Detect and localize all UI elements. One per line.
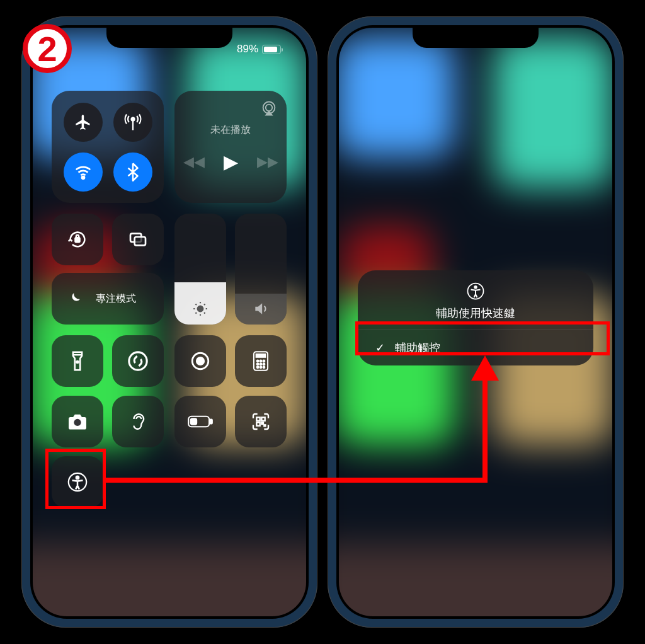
antenna-icon bbox=[123, 113, 142, 132]
camera-button[interactable] bbox=[52, 396, 103, 447]
svg-rect-27 bbox=[210, 419, 212, 423]
calculator-button[interactable] bbox=[235, 335, 287, 387]
airplane-icon bbox=[74, 113, 92, 131]
low-power-button[interactable] bbox=[174, 396, 226, 447]
svg-point-8 bbox=[198, 306, 203, 312]
control-center: 未在播放 ◀◀ ▶ ▶▶ bbox=[52, 91, 287, 597]
hearing-button[interactable] bbox=[112, 396, 164, 447]
svg-point-21 bbox=[263, 363, 265, 365]
accessibility-icon bbox=[67, 471, 88, 493]
battery-icon bbox=[262, 45, 281, 54]
svg-rect-15 bbox=[256, 354, 266, 357]
accessibility-shortcut-button[interactable] bbox=[52, 456, 103, 508]
svg-point-19 bbox=[257, 363, 259, 365]
flashlight-icon bbox=[71, 350, 84, 372]
wifi-icon bbox=[74, 163, 93, 181]
wifi-toggle[interactable] bbox=[64, 152, 103, 192]
check-icon: ✓ bbox=[375, 341, 385, 355]
svg-rect-28 bbox=[191, 418, 197, 424]
svg-point-24 bbox=[263, 366, 265, 368]
cellular-toggle[interactable] bbox=[113, 103, 152, 142]
svg-point-18 bbox=[263, 360, 265, 362]
focus-label: 專注模式 bbox=[96, 292, 136, 306]
screen-mirroring-button[interactable] bbox=[112, 214, 164, 265]
screen-right: 輔助使用快速鍵 ✓ 輔助觸控 bbox=[339, 28, 612, 616]
flashlight-button[interactable] bbox=[52, 335, 103, 387]
phone-right: 輔助使用快速鍵 ✓ 輔助觸控 bbox=[328, 16, 624, 628]
svg-point-22 bbox=[257, 366, 259, 368]
svg-rect-29 bbox=[256, 417, 260, 420]
svg-rect-30 bbox=[261, 417, 265, 420]
svg-point-17 bbox=[260, 360, 262, 362]
volume-slider[interactable] bbox=[235, 214, 287, 325]
svg-rect-33 bbox=[264, 425, 265, 426]
svg-point-23 bbox=[260, 366, 262, 368]
bluetooth-toggle[interactable] bbox=[113, 152, 152, 192]
lock-rotate-icon bbox=[67, 229, 88, 250]
notch bbox=[106, 25, 232, 48]
airplane-mode-toggle[interactable] bbox=[64, 103, 103, 142]
popup-title: 輔助使用快速鍵 bbox=[358, 306, 593, 321]
focus-button[interactable]: 專注模式 bbox=[52, 273, 164, 325]
svg-point-20 bbox=[260, 363, 262, 365]
battery-low-icon bbox=[188, 415, 213, 428]
bluetooth-icon bbox=[127, 163, 139, 181]
svg-point-10 bbox=[77, 361, 79, 363]
calculator-icon bbox=[253, 351, 269, 371]
svg-rect-32 bbox=[261, 422, 263, 424]
svg-point-0 bbox=[131, 117, 134, 120]
notch bbox=[413, 25, 539, 48]
svg-rect-5 bbox=[75, 238, 79, 242]
brightness-slider[interactable] bbox=[174, 214, 226, 325]
connectivity-panel[interactable] bbox=[52, 91, 164, 203]
svg-rect-7 bbox=[135, 237, 146, 245]
qr-scanner-button[interactable] bbox=[235, 396, 287, 447]
accessibility-icon bbox=[466, 282, 485, 301]
camera-icon bbox=[67, 413, 88, 430]
status-bar: 89% bbox=[237, 43, 281, 55]
svg-point-13 bbox=[197, 357, 203, 364]
svg-point-35 bbox=[76, 476, 79, 480]
media-status: 未在播放 bbox=[185, 124, 277, 137]
svg-point-37 bbox=[474, 286, 477, 289]
assistive-touch-label: 輔助觸控 bbox=[395, 340, 440, 355]
svg-point-11 bbox=[129, 352, 147, 370]
moon-icon bbox=[60, 285, 88, 313]
shazam-button[interactable] bbox=[112, 335, 164, 387]
mirroring-icon bbox=[128, 229, 148, 250]
qr-icon bbox=[251, 411, 271, 432]
record-icon bbox=[190, 350, 211, 372]
svg-point-25 bbox=[74, 419, 81, 426]
media-next-button[interactable]: ▶▶ bbox=[257, 154, 278, 170]
battery-percent: 89% bbox=[237, 43, 258, 55]
sun-icon bbox=[192, 301, 208, 317]
svg-point-2 bbox=[82, 176, 84, 178]
media-prev-button[interactable]: ◀◀ bbox=[183, 154, 205, 170]
svg-point-4 bbox=[266, 105, 273, 112]
svg-rect-31 bbox=[256, 422, 260, 425]
speaker-icon bbox=[253, 301, 269, 317]
airplay-icon[interactable] bbox=[260, 100, 278, 117]
assistive-touch-row[interactable]: ✓ 輔助觸控 bbox=[358, 330, 593, 365]
screen-record-button[interactable] bbox=[174, 335, 226, 387]
step-number: 2 bbox=[37, 28, 57, 69]
step-badge: 2 bbox=[23, 24, 72, 73]
accessibility-popup: 輔助使用快速鍵 ✓ 輔助觸控 bbox=[358, 270, 593, 365]
shazam-icon bbox=[127, 350, 149, 372]
media-play-button[interactable]: ▶ bbox=[224, 151, 238, 173]
ear-icon bbox=[129, 411, 147, 432]
phone-left: 89% bbox=[21, 16, 317, 628]
screen-left: 89% bbox=[33, 28, 306, 616]
svg-point-16 bbox=[257, 360, 259, 362]
media-panel[interactable]: 未在播放 ◀◀ ▶ ▶▶ bbox=[174, 91, 287, 203]
orientation-lock-button[interactable] bbox=[52, 214, 103, 265]
